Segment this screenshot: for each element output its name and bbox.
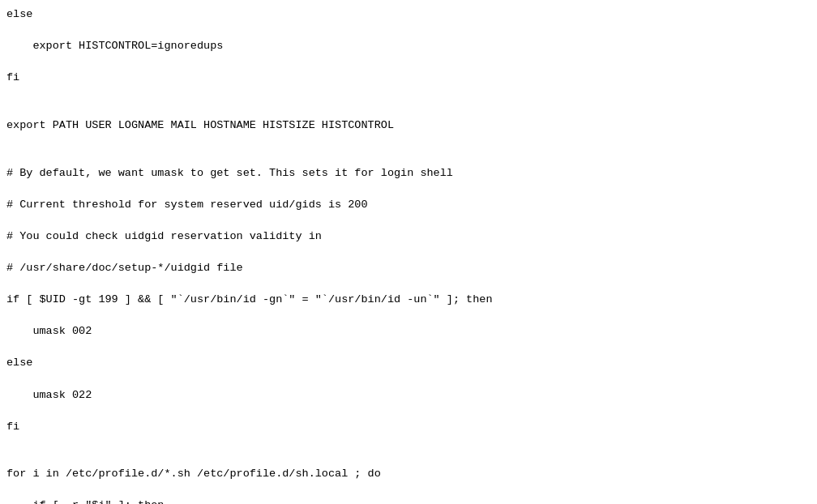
line-8: # Current threshold for system reserved …	[6, 197, 811, 213]
code-block: else export HISTCONTROL=ignoredups fi ex…	[6, 6, 811, 504]
line-12: umask 002	[6, 323, 811, 340]
line-18: if [ -r "$i" ]; then	[6, 498, 811, 504]
line-15: fi	[6, 419, 811, 435]
line-10: # /usr/share/doc/setup-*/uidgid file	[6, 260, 811, 276]
line-9: # You could check uidgid reservation val…	[6, 229, 811, 245]
line-13: else	[6, 355, 811, 371]
line-11: if [ $UID -gt 199 ] && [ "`/usr/bin/id -…	[6, 292, 811, 308]
line-5: export PATH USER LOGNAME MAIL HOSTNAME H…	[6, 117, 811, 134]
line-14: umask 022	[6, 387, 811, 404]
line-3: fi	[6, 70, 811, 86]
line-17: for i in /etc/profile.d/*.sh /etc/profil…	[6, 466, 811, 482]
code-container: else export HISTCONTROL=ignoredups fi ex…	[0, 0, 817, 504]
line-7: # By default, we want umask to get set. …	[6, 165, 811, 182]
line-1: else	[6, 6, 811, 23]
line-2: export HISTCONTROL=ignoredups	[6, 38, 811, 54]
